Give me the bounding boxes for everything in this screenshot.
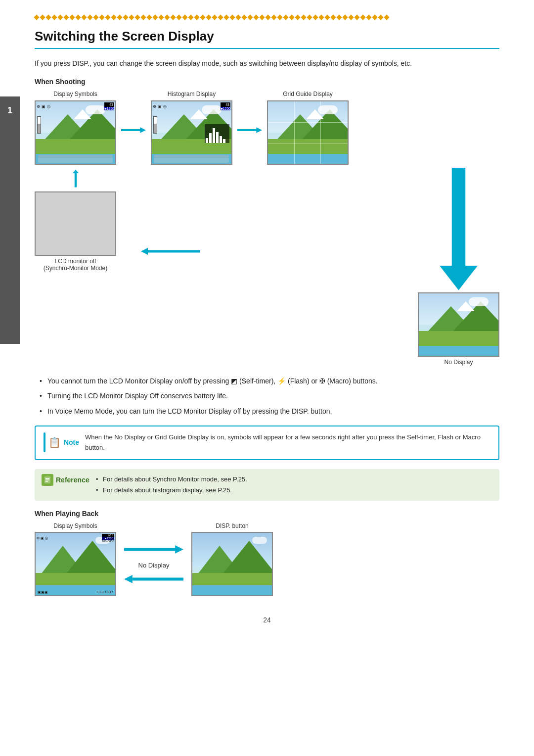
svg-marker-7 [141, 248, 148, 255]
diamond [360, 14, 365, 20]
pb-disp-button-screen [191, 532, 273, 596]
diamond [194, 14, 199, 20]
pb-disp-button-col: DISP. button [191, 522, 273, 596]
lcd-off-label: LCD monitor off (Synchro-Monitor Mode) [44, 258, 107, 272]
pb-display-symbols-label: Display Symbols [53, 522, 97, 529]
note-icon: 📋 Note [44, 432, 79, 452]
diamond [378, 14, 383, 20]
svg-marker-17 [124, 575, 133, 583]
svg-marker-5 [72, 170, 78, 173]
svg-marker-1 [140, 128, 146, 134]
diamond [81, 14, 87, 20]
side-number-tab: 1 [0, 96, 20, 344]
diamond [69, 14, 75, 20]
svg-marker-3 [256, 128, 262, 134]
diamond [182, 14, 187, 20]
reference-item-1: For details about Synchro Monitor mode, … [96, 474, 492, 485]
note-blue-bar [44, 432, 45, 452]
bullet-item-1: You cannot turn the LCD Monitor Display … [40, 376, 499, 386]
no-display-label: No Display [444, 359, 473, 366]
diamond [129, 14, 134, 20]
diamond [93, 14, 98, 20]
pb-display-symbols-screen: ⚙▣◎ 1/16 ■1250 100-0006 ▣▣▣ F3.8 1/317 [35, 532, 116, 596]
grid-guide-screen [267, 100, 349, 165]
diamond [63, 14, 69, 20]
diamond [170, 14, 176, 20]
display-symbols-col: Display Symbols ⚙ ▣ ◎ 43 ■12 [35, 91, 116, 165]
arrow-up-1 [68, 170, 83, 189]
page-number: 24 [35, 616, 499, 624]
grid-guide-display-col: Grid Guide Display [267, 91, 349, 165]
note-box: 📋 Note When the No Display or Grid Guide… [35, 425, 499, 460]
lcd-off-screen [35, 191, 116, 256]
reference-book-icon [42, 474, 53, 486]
diamond [200, 14, 205, 20]
diamond [253, 14, 259, 20]
diamond [330, 14, 336, 20]
diamond [152, 14, 158, 20]
diamond [212, 14, 217, 20]
playback-diagram-area: Display Symbols ⚙▣◎ 1/16 ■1250 100-0006 [35, 522, 499, 596]
diamond [295, 14, 300, 20]
diamond [117, 14, 122, 20]
bullet-item-3: In Voice Memo Mode, you can turn the LCD… [40, 406, 499, 417]
bullet-list: You cannot turn the LCD Monitor Display … [35, 376, 499, 417]
diamond [188, 14, 193, 20]
diamond [164, 14, 170, 20]
intro-text: If you press DISP., you can change the s… [35, 58, 499, 69]
diamond [235, 14, 241, 20]
decorative-border [35, 15, 499, 20]
diamond [336, 14, 342, 20]
diamond [247, 14, 253, 20]
diamond [265, 14, 270, 20]
grid-guide-label: Grid Guide Display [283, 91, 333, 97]
diamond [75, 14, 81, 20]
diamond [140, 14, 146, 20]
histogram-display-label: Histogram Display [168, 91, 216, 97]
reference-box: Reference For details about Synchro Moni… [35, 469, 499, 501]
side-number-value: 1 [7, 105, 12, 116]
diamond [111, 14, 116, 20]
diamond [45, 14, 51, 20]
diamond [384, 14, 389, 20]
diamond [277, 14, 282, 20]
diamond [105, 14, 110, 20]
pb-disp-button-label: DISP. button [216, 522, 249, 529]
reference-icon: Reference [42, 474, 91, 486]
diamond [372, 14, 377, 20]
diamond-row [35, 15, 389, 19]
diamond [348, 14, 354, 20]
display-symbols-screen: ⚙ ▣ ◎ 43 ■1250 [35, 100, 116, 165]
diamond [218, 14, 223, 20]
diamond [99, 14, 104, 20]
note-page-icon: 📋 [48, 436, 61, 448]
diamond [223, 14, 229, 20]
reference-item-2: For details about histogram display, see… [96, 485, 492, 496]
diamond [134, 14, 140, 20]
diamond [146, 14, 152, 20]
svg-marker-9 [440, 266, 478, 290]
shooting-diagram-area: Display Symbols ⚙ ▣ ◎ 43 ■12 [35, 91, 499, 366]
no-display-screen [418, 292, 499, 357]
arrow-right-2 [237, 123, 262, 138]
svg-marker-15 [175, 545, 183, 554]
diamond [158, 14, 164, 20]
diamond [283, 14, 288, 20]
diamond [176, 14, 181, 20]
diamond [271, 14, 276, 20]
arrow-down-1 [418, 168, 499, 290]
diamond [324, 14, 330, 20]
diamond [34, 14, 39, 20]
diamond [318, 14, 324, 20]
diamond [289, 14, 294, 20]
pb-display-symbols-col: Display Symbols ⚙▣◎ 1/16 ■1250 100-0006 [35, 522, 116, 596]
diamond [354, 14, 359, 20]
pb-arrow-left [124, 572, 183, 588]
diamond [87, 14, 92, 20]
note-text: When the No Display or Grid Guide Displa… [85, 432, 490, 453]
histogram-display-col: Histogram Display ⚙ ▣ ◎ 43 ■ [151, 91, 232, 165]
reference-content: For details about Synchro Monitor mode, … [96, 474, 492, 496]
diamond [366, 14, 371, 20]
display-symbols-label: Display Symbols [53, 91, 97, 97]
diamond [51, 14, 57, 20]
